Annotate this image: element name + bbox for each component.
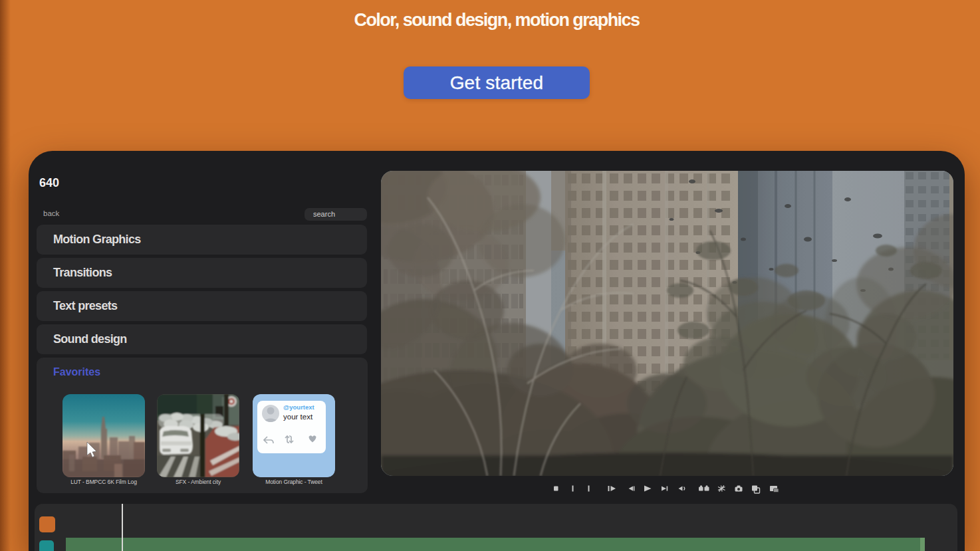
svg-text:@yourtext: @yourtext <box>283 403 315 411</box>
svg-text:your text: your text <box>283 413 313 421</box>
